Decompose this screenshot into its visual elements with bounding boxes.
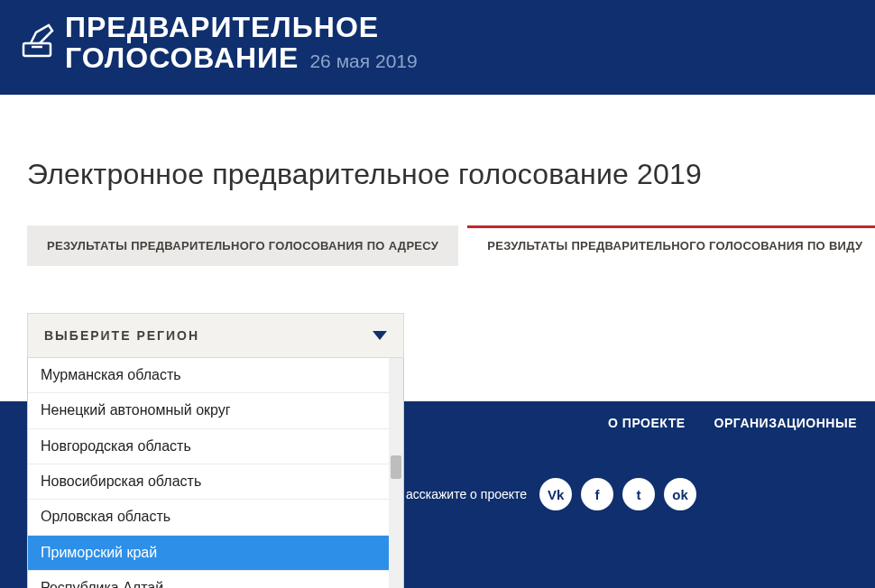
dropdown-scrollbar[interactable] (389, 358, 403, 588)
chevron-down-icon (373, 331, 387, 340)
page-header: ПРЕДВАРИТЕЛЬНОЕ ГОЛОСОВАНИЕ 26 мая 2019 (0, 0, 875, 95)
region-dropdown: ВЫБЕРИТЕ РЕГИОН Мурманская область Ненец… (27, 313, 404, 588)
region-dropdown-toggle[interactable]: ВЫБЕРИТЕ РЕГИОН (27, 313, 404, 358)
header-title-block: ПРЕДВАРИТЕЛЬНОЕ ГОЛОСОВАНИЕ 26 мая 2019 (65, 13, 418, 75)
page-title: Электронное предварительное голосование … (27, 158, 857, 191)
header-date: 26 мая 2019 (309, 51, 417, 72)
header-title-line1: ПРЕДВАРИТЕЛЬНОЕ (65, 13, 418, 41)
region-option-selected[interactable]: Приморский край (28, 536, 403, 571)
tab-results-by-type[interactable]: РЕЗУЛЬТАТЫ ПРЕДВАРИТЕЛЬНОГО ГОЛОСОВАНИЯ … (467, 225, 875, 266)
svg-rect-0 (23, 43, 51, 56)
region-dropdown-label: ВЫБЕРИТЕ РЕГИОН (44, 328, 199, 343)
scrollbar-thumb[interactable] (391, 455, 401, 479)
header-title-line2: ГОЛОСОВАНИЕ (65, 41, 299, 75)
region-option[interactable]: Мурманская область (28, 358, 403, 393)
region-option[interactable]: Ненецкий автономный округ (28, 393, 403, 428)
ballot-icon (18, 16, 61, 63)
tabs-bar: РЕЗУЛЬТАТЫ ПРЕДВАРИТЕЛЬНОГО ГОЛОСОВАНИЯ … (27, 225, 857, 266)
tab-results-by-address[interactable]: РЕЗУЛЬТАТЫ ПРЕДВАРИТЕЛЬНОГО ГОЛОСОВАНИЯ … (27, 225, 458, 266)
region-option[interactable]: Новосибирская область (28, 464, 403, 500)
region-dropdown-list: Мурманская область Ненецкий автономный о… (27, 358, 404, 588)
region-option[interactable]: Орловская область (28, 500, 403, 535)
main-content: Электронное предварительное голосование … (0, 158, 875, 588)
region-option[interactable]: Новгородская область (28, 429, 403, 464)
region-option[interactable]: Республика Алтай (28, 571, 403, 588)
